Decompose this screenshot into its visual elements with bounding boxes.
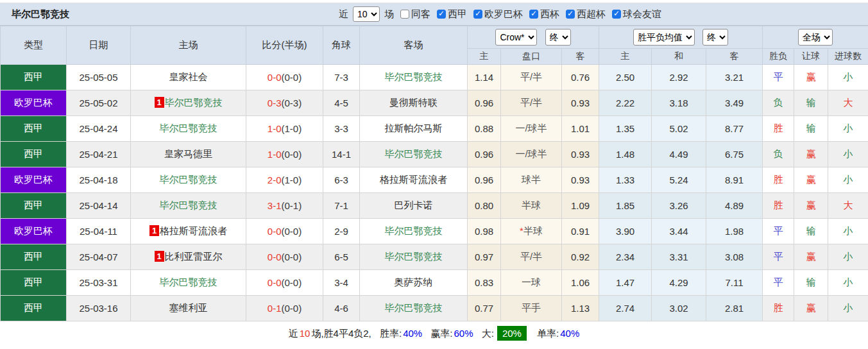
match-history-panel: 毕尔巴鄂竞技 近 10 场 同客 西甲 欧罗巴杯 西杯 xyxy=(0,0,868,346)
home-team: 皇家社会 xyxy=(131,65,246,90)
handicap-line: 一/球半 xyxy=(501,116,562,142)
subcol-avg-draw: 和 xyxy=(652,49,706,65)
league-badge: 西甲 xyxy=(1,244,67,270)
handicap-away-odds: 0.91 xyxy=(562,219,599,244)
rank-badge: 1 xyxy=(155,251,164,262)
team-title: 毕尔巴鄂竞技 xyxy=(0,8,69,21)
avg-draw-odds: 3.44 xyxy=(652,219,706,244)
letball-result: 输 xyxy=(794,116,828,142)
fulltime-score: 0-3 xyxy=(268,98,282,108)
fulltime-score: 3-1 xyxy=(268,200,282,211)
avg-draw-odds: 2.92 xyxy=(652,65,706,90)
result-scope-select[interactable]: 全场 xyxy=(798,29,833,46)
goals-result: 大 xyxy=(828,193,868,219)
fulltime-score: 2-0 xyxy=(268,174,282,185)
filter-label: 西超杯 xyxy=(577,8,606,21)
match-date: 25-05-05 xyxy=(67,65,131,90)
filter-copa: 西杯 xyxy=(525,8,559,21)
away-team: 毕尔巴鄂竞技 xyxy=(360,244,468,270)
avg-away-odds: 8.91 xyxy=(706,167,763,193)
avg-home-odds: 1.35 xyxy=(599,116,652,142)
supercup-checkbox[interactable] xyxy=(566,10,575,19)
filter-same-away: 同客 xyxy=(396,8,430,21)
wdl-result: 负 xyxy=(763,90,794,116)
handicap-away-odds: 1.06 xyxy=(562,270,599,296)
home-team: 皇家马德里 xyxy=(131,142,246,167)
letball-result: 赢 xyxy=(794,193,828,219)
handicap-home-odds: 0.96 xyxy=(468,167,501,193)
fulltime-score: 1-0 xyxy=(268,123,282,134)
handicap-away-odds: 1.13 xyxy=(562,296,599,321)
home-team: 1比利亚雷亚尔 xyxy=(131,244,246,270)
handicap-home-odds: 0.83 xyxy=(468,270,501,296)
corners: 6-5 xyxy=(323,244,360,270)
recent-count-select[interactable]: 10 xyxy=(353,6,380,22)
same-away-checkbox[interactable] xyxy=(400,10,409,19)
table-row: 西甲 25-04-07 1比利亚雷亚尔 0-0(0-0) 6-5 毕尔巴鄂竞技 … xyxy=(1,244,868,270)
subcol-letball: 让球 xyxy=(794,49,828,65)
away-team-name: 奥萨苏纳 xyxy=(395,277,433,287)
handicap-text: 球半 xyxy=(522,174,541,185)
copa-checkbox[interactable] xyxy=(529,10,538,19)
avg-home-odds: 2.34 xyxy=(599,244,652,270)
handicap-home-odds: 0.96 xyxy=(468,90,501,116)
match-date: 25-04-21 xyxy=(67,142,131,167)
home-team: 毕尔巴鄂竞技 xyxy=(131,167,246,193)
handicap-text: 平手 xyxy=(522,302,541,313)
avg-draw-odds: 3.18 xyxy=(652,90,706,116)
table-row: 西甲 25-03-31 毕尔巴鄂竞技 0-0(0-0) 3-4 奥萨苏纳 0.8… xyxy=(1,270,868,296)
avg-home-odds: 2.22 xyxy=(599,90,652,116)
score: 0-0(0-0) xyxy=(246,244,323,270)
handicap-text: 一球 xyxy=(522,277,541,287)
corners: 7-3 xyxy=(323,65,360,90)
handicap-home-odds: 0.98 xyxy=(468,219,501,244)
match-table: 类型 日期 主场 比分(半场) 角球 客场 Crow* 终 胜平负均值 终 全场 xyxy=(0,26,868,321)
goals-result: 小 xyxy=(828,65,868,90)
halftime-score: (0-0) xyxy=(282,251,302,262)
handicap-line: 半球 xyxy=(501,193,562,219)
odds-company-time-select[interactable]: 终 xyxy=(545,29,571,46)
away-team: 毕尔巴鄂竞技 xyxy=(360,142,468,167)
odds-company-select[interactable]: Crow* xyxy=(495,29,537,46)
away-team: 毕尔巴鄂竞技 xyxy=(360,65,468,90)
handicap-text: 平/半 xyxy=(520,251,542,262)
table-row: 西甲 25-04-14 毕尔巴鄂竞技 3-1(0-1) 7-1 巴列卡诺 0.8… xyxy=(1,193,868,219)
single-rate-label: 单率: xyxy=(537,328,559,339)
away-team: 奥萨苏纳 xyxy=(360,270,468,296)
handicap-away-odds: 0.92 xyxy=(562,244,599,270)
halftime-score: (1-0) xyxy=(282,174,302,185)
league-badge: 欧罗巴杯 xyxy=(1,219,67,244)
league-badge: 西甲 xyxy=(1,142,67,167)
corners: 6-3 xyxy=(323,167,360,193)
league-badge: 欧罗巴杯 xyxy=(1,167,67,193)
subcol-avg-away: 客 xyxy=(706,49,763,65)
filter-supercup: 西超杯 xyxy=(562,8,606,21)
laliga-checkbox[interactable] xyxy=(437,10,446,19)
match-date: 25-04-07 xyxy=(67,244,131,270)
home-team-name: 皇家社会 xyxy=(169,71,208,82)
handicap-text: 半球 xyxy=(523,225,543,236)
friendly-checkbox[interactable] xyxy=(612,10,621,19)
europa-checkbox[interactable] xyxy=(473,10,482,19)
wdl-average-select[interactable]: 胜平负均值 xyxy=(633,29,695,46)
home-team-name: 皇家马德里 xyxy=(164,148,212,159)
subcol-avg-home: 主 xyxy=(599,49,652,65)
avg-away-odds: 4.89 xyxy=(706,193,763,219)
corners: 4-5 xyxy=(323,90,360,116)
fulltime-score: 0-0 xyxy=(268,277,282,288)
league-badge: 西甲 xyxy=(1,193,67,219)
home-team-name: 毕尔巴鄂竞技 xyxy=(160,123,217,133)
subcol-handicap-away: 客 xyxy=(562,49,599,65)
handicap-home-odds: 0.77 xyxy=(468,296,501,321)
wdl-time-select[interactable]: 终 xyxy=(702,29,728,46)
away-team-name: 曼彻斯特联 xyxy=(389,97,438,108)
handicap-line: 一/球半 xyxy=(501,142,562,167)
result-group: 全场 xyxy=(763,26,868,49)
avg-away-odds: 8.77 xyxy=(706,116,763,142)
home-team: 毕尔巴鄂竞技 xyxy=(131,270,246,296)
table-row: 西甲 25-04-21 皇家马德里 1-0(0-0) 14-1 毕尔巴鄂竞技 0… xyxy=(1,142,868,167)
away-team: 巴列卡诺 xyxy=(360,193,468,219)
big-rate-label: 大: xyxy=(482,328,494,339)
goals-result: 小 xyxy=(828,244,868,270)
letball-result: 输 xyxy=(794,90,828,116)
